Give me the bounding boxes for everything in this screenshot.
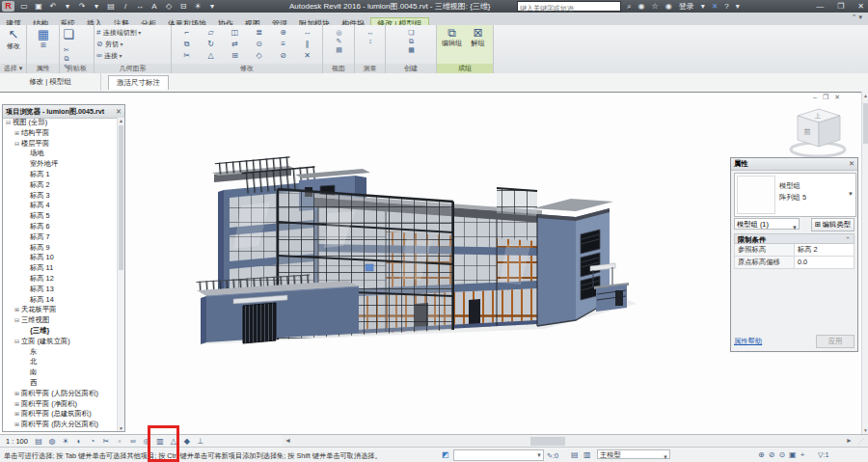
workset-combo[interactable]: ▼: [453, 449, 544, 461]
similar-icon[interactable]: ▦: [386, 45, 437, 54]
selection-combo[interactable]: 模型组 (1) ▼: [734, 218, 800, 230]
tree-item-23[interactable]: 北: [3, 357, 118, 367]
expander-icon[interactable]: ⊞: [14, 305, 21, 315]
tree-item-6[interactable]: 标高 2: [3, 180, 118, 191]
tree-item-5[interactable]: 标高 1: [3, 170, 118, 180]
scroll-right-icon[interactable]: ►: [846, 437, 853, 444]
tree-item-28[interactable]: ⊞面积平面 (总建筑面积): [3, 409, 118, 420]
filter-button[interactable]: ▽:1: [818, 450, 829, 459]
tree-item-10[interactable]: 标高 6: [3, 222, 118, 232]
minimize-button[interactable]: —: [816, 0, 824, 13]
sun-path-icon[interactable]: ☀: [61, 437, 70, 446]
worksets-icon[interactable]: ◩: [442, 450, 449, 459]
scroll-left-icon[interactable]: ◄: [285, 437, 291, 444]
undo-dropdown-icon[interactable]: ▾: [63, 0, 72, 13]
align-icon[interactable]: ≡: [271, 39, 295, 49]
close-icon[interactable]: ✕: [116, 105, 122, 118]
expander-icon[interactable]: ⊞: [14, 128, 21, 139]
select-pinned-icon[interactable]: ⊙: [778, 450, 785, 459]
scale-icon[interactable]: ◇: [247, 50, 271, 61]
search-input[interactable]: [518, 4, 624, 13]
expander-icon[interactable]: ⊞: [14, 399, 21, 410]
scroll-down-icon[interactable]: ▼: [118, 425, 124, 431]
expander-icon[interactable]: ⊞: [14, 420, 21, 430]
ungroup-button[interactable]: ⊠解组: [465, 25, 491, 47]
tree-item-22[interactable]: 东: [3, 347, 118, 358]
print-icon[interactable]: ▤: [106, 0, 116, 13]
expander-icon[interactable]: ⊞: [14, 389, 21, 399]
tree-item-1[interactable]: ⊞结构平面: [3, 128, 118, 139]
expander-icon[interactable]: ⊞: [14, 409, 21, 420]
sign-in-dropdown-icon[interactable]: ▾: [701, 0, 705, 13]
chevron-down-icon[interactable]: ▾: [118, 53, 122, 59]
unpin-icon[interactable]: ⊘: [271, 50, 295, 61]
tree-item-29[interactable]: ⊞面积平面 (防火分区面积): [3, 420, 118, 430]
close-button[interactable]: ✕: [857, 0, 864, 13]
customize-qat-icon[interactable]: ▾: [207, 0, 217, 13]
view-scale[interactable]: 1 : 100: [6, 437, 28, 446]
beam-icon[interactable]: ≣: [247, 27, 271, 38]
tree-item-14[interactable]: 标高 11: [3, 263, 118, 274]
temporary-hide-isolate-icon[interactable]: ∞: [128, 437, 138, 446]
project-browser-header[interactable]: 项目浏览器 - lumion图.0045.rvt ✕: [3, 105, 124, 119]
select-by-face-icon[interactable]: ▣: [789, 450, 797, 459]
apply-button[interactable]: 应用: [816, 335, 854, 348]
tree-item-15[interactable]: 标高 12: [3, 274, 118, 285]
close-icon[interactable]: ✕: [849, 158, 854, 170]
aligned-dimension-icon[interactable]: ↔: [135, 0, 145, 13]
tree-item-13[interactable]: 标高 10: [3, 253, 118, 263]
chevron-down-icon[interactable]: ▾: [119, 41, 123, 47]
property-value[interactable]: 0.0: [795, 257, 854, 268]
properties-help-link[interactable]: 属性帮助: [734, 337, 762, 346]
save-icon[interactable]: ▣: [34, 0, 43, 13]
panel-label-select[interactable]: 选择 ▾: [0, 64, 26, 73]
pin-icon[interactable]: ⊙: [247, 39, 271, 49]
display-icon[interactable]: ▤: [323, 45, 355, 54]
open-file-icon[interactable]: ▭: [19, 0, 29, 13]
resize-grip[interactable]: ⋰: [854, 434, 868, 447]
view-cube[interactable]: 上 前: [786, 104, 854, 164]
help-dropdown-icon[interactable]: ▾: [736, 0, 740, 13]
chevron-down-icon[interactable]: ▼: [848, 191, 854, 197]
mirror-icon[interactable]: ⇄: [223, 39, 247, 49]
redo-dropdown-icon[interactable]: ▾: [92, 0, 101, 13]
design-option-combo[interactable]: 主模型 ▼: [597, 449, 670, 459]
tree-item-27[interactable]: ⊞面积平面 (净面积): [3, 399, 118, 410]
select-underlay-icon[interactable]: ⊘: [769, 450, 775, 459]
scroll-up-icon[interactable]: ▲: [863, 93, 868, 98]
help-center-icon[interactable]: ⌕: [627, 0, 631, 13]
highlight-displacement-icon[interactable]: ◆: [182, 437, 192, 446]
tree-item-3[interactable]: 场地: [3, 149, 118, 159]
section-icon[interactable]: ⊟: [178, 0, 188, 13]
ribbon-state-icon[interactable]: ⌃ ▾: [852, 14, 862, 21]
expander-icon[interactable]: ⊟: [14, 337, 21, 347]
visual-style-icon[interactable]: ◍: [47, 437, 57, 446]
paste-button[interactable]: ❏: [60, 25, 77, 41]
copy-icon[interactable]: ⧉: [60, 54, 73, 63]
cope-icon[interactable]: ⌐: [175, 27, 199, 38]
trim-icon[interactable]: △: [199, 50, 223, 61]
legend-component-icon[interactable]: ❏: [386, 28, 437, 37]
tree-item-19[interactable]: ⊟三维视图: [3, 315, 118, 326]
modify-button[interactable]: ↖ 修改: [0, 25, 27, 51]
join-icon[interactable]: ◫: [223, 27, 247, 38]
sun-settings-icon[interactable]: ☀: [193, 0, 203, 13]
editing-requests[interactable]: ✎:0: [547, 451, 558, 460]
copy-icon[interactable]: ⧉: [175, 39, 199, 49]
tree-item-8[interactable]: 标高 4: [3, 201, 118, 211]
shadows-icon[interactable]: ◐: [74, 437, 84, 446]
property-value[interactable]: 标高 2: [795, 244, 854, 256]
search-box[interactable]: [517, 1, 621, 12]
default-3d-view-icon[interactable]: ◇: [164, 0, 174, 13]
tree-item-16[interactable]: 标高 13: [3, 285, 118, 295]
linework-icon[interactable]: ✎: [323, 37, 355, 45]
cut-icon[interactable]: ✂: [60, 45, 73, 54]
delete-icon[interactable]: ✕: [295, 50, 319, 61]
properties-button[interactable]: ▦ ⊞: [27, 25, 60, 49]
tree-item-20[interactable]: {三维}: [3, 326, 118, 337]
measure-between-icon[interactable]: ↔: [355, 28, 386, 37]
chevron-down-icon[interactable]: ▾: [137, 30, 142, 36]
undo-icon[interactable]: ↶: [48, 0, 58, 13]
move-icon[interactable]: ↔: [295, 27, 319, 38]
redo-icon[interactable]: ↷: [77, 0, 87, 13]
